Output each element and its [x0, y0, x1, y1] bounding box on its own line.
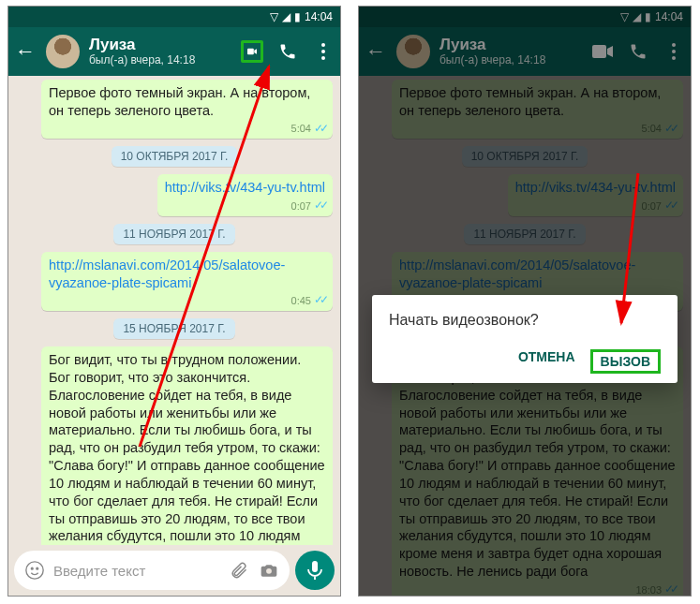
message-bubble[interactable]: Первое фото темный экран. А на втором, о…: [41, 80, 333, 139]
date-badge: 15 НОЯБРЯ 2017 Г.: [113, 318, 234, 339]
message-link[interactable]: http://viks.tv/434-yu-tv.html: [165, 180, 325, 195]
menu-icon[interactable]: [312, 40, 335, 63]
message-link[interactable]: http://mslanavi.com/2014/05/salatovoe-vy…: [49, 258, 285, 290]
statusbar: ▽ ◢ ▮ 14:04: [8, 7, 340, 27]
svg-rect-0: [247, 49, 254, 54]
emoji-icon[interactable]: [23, 559, 46, 582]
svg-point-1: [321, 43, 325, 47]
chat-area[interactable]: Первое фото темный экран. А на втором, о…: [8, 76, 340, 545]
avatar[interactable]: [46, 35, 80, 68]
input-bar: Введите текст: [8, 545, 340, 596]
read-ticks-icon: ✓✓: [314, 122, 325, 137]
video-call-icon[interactable]: [241, 40, 263, 63]
dialog-title: Начать видеозвонок?: [389, 312, 661, 329]
input-placeholder: Введите текст: [53, 563, 220, 579]
phone-left: ▽ ◢ ▮ 14:04 ← Луиза был(-а) вчера, 14:18: [7, 6, 341, 597]
wifi-icon: ▽: [270, 10, 278, 23]
read-ticks-icon: ✓✓: [314, 293, 325, 308]
svg-point-7: [266, 568, 272, 574]
svg-point-6: [37, 567, 38, 569]
svg-point-5: [31, 567, 33, 569]
video-call-dialog: Начать видеозвонок? ОТМЕНА ВЫЗОВ: [372, 295, 678, 383]
message-input[interactable]: Введите текст: [14, 551, 290, 590]
voice-call-icon[interactable]: [276, 40, 299, 63]
attach-icon[interactable]: [228, 559, 250, 582]
contact-status: был(-а) вчера, 14:18: [89, 54, 231, 66]
phone-right: ▽ ◢ ▮ 14:04 ← Луиза был(-а) вчера, 14:18: [358, 6, 692, 597]
svg-point-2: [321, 50, 325, 53]
message-bubble[interactable]: http://mslanavi.com/2014/05/salatovoe-vy…: [41, 252, 333, 311]
read-ticks-icon: ✓✓: [314, 199, 325, 214]
svg-point-3: [321, 56, 325, 60]
back-icon[interactable]: ←: [14, 40, 37, 63]
appbar: ← Луиза был(-а) вчера, 14:18: [8, 27, 340, 76]
svg-point-4: [26, 562, 43, 579]
mic-button[interactable]: [295, 551, 335, 590]
contact-name: Луиза: [89, 37, 231, 54]
signal-icon: ◢: [282, 10, 290, 23]
date-badge: 10 ОКТЯБРЯ 2017 Г.: [112, 146, 238, 167]
cancel-button[interactable]: ОТМЕНА: [518, 349, 575, 374]
contact-info[interactable]: Луиза был(-а) вчера, 14:18: [89, 37, 231, 66]
clock: 14:04: [305, 10, 333, 23]
svg-rect-8: [312, 561, 318, 572]
call-button[interactable]: ВЫЗОВ: [590, 349, 661, 374]
battery-icon: ▮: [294, 10, 301, 23]
message-bubble[interactable]: http://viks.tv/434-yu-tv.html 0:07✓✓: [157, 174, 333, 215]
message-text: Бог видит, что ты в трудном положении. Б…: [49, 352, 325, 545]
message-time: 0:45: [291, 294, 311, 307]
message-time: 5:04: [291, 122, 311, 135]
message-bubble[interactable]: Бог видит, что ты в трудном положении. Б…: [41, 346, 333, 545]
message-time: 0:07: [291, 199, 311, 213]
message-text: Первое фото темный экран. А на втором, о…: [49, 85, 310, 118]
date-badge: 11 НОЯБРЯ 2017 Г.: [113, 224, 234, 244]
camera-icon[interactable]: [258, 559, 280, 582]
